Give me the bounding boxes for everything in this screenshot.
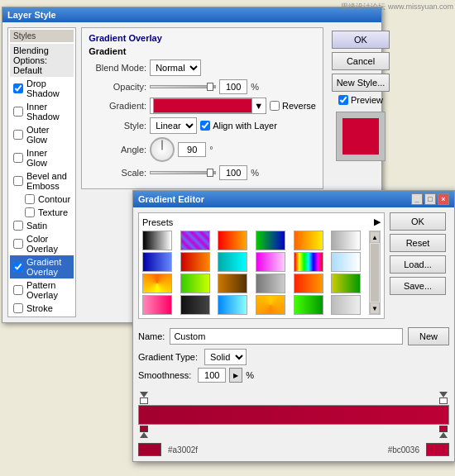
cancel-button[interactable]: Cancel	[332, 52, 390, 70]
gradient-type-row: Gradient Type: Solid	[138, 349, 449, 365]
preset-swatch[interactable]	[294, 231, 323, 250]
contour-checkbox[interactable]	[25, 194, 35, 204]
opacity-unit: %	[251, 82, 259, 92]
close-btn[interactable]: ×	[438, 193, 449, 205]
name-input[interactable]	[170, 328, 403, 345]
preset-swatch[interactable]	[180, 252, 210, 272]
inner-glow-checkbox[interactable]	[13, 153, 23, 163]
gradient-overlay-checkbox[interactable]	[13, 262, 23, 272]
style-select[interactable]: Linear	[150, 117, 197, 134]
angle-input[interactable]	[178, 142, 206, 157]
preset-swatch[interactable]	[256, 274, 285, 293]
texture-checkbox[interactable]	[25, 207, 35, 217]
ge-ok-button[interactable]: OK	[390, 212, 446, 231]
new-button[interactable]: New	[408, 327, 449, 345]
angle-dial[interactable]	[150, 137, 175, 162]
stop-color-swatch[interactable]	[138, 443, 161, 456]
outer-glow-checkbox[interactable]	[13, 130, 23, 140]
drop-shadow-label: Drop Shadow	[26, 79, 70, 98]
scale-slider[interactable]	[150, 171, 216, 174]
preset-swatch[interactable]	[142, 252, 172, 272]
satin-checkbox[interactable]	[13, 221, 23, 231]
bevel-emboss-checkbox[interactable]	[13, 176, 23, 186]
preset-swatch[interactable]	[180, 295, 210, 315]
panel-subtitle: Gradient	[89, 46, 316, 56]
scroll-thumb[interactable]	[371, 244, 379, 302]
color-overlay-checkbox[interactable]	[13, 239, 23, 249]
ok-button[interactable]: OK	[332, 31, 390, 49]
presets-scrollbar[interactable]: ▲ ▼	[369, 231, 381, 315]
opacity-slider[interactable]	[150, 85, 216, 88]
stroke-checkbox[interactable]	[13, 303, 23, 313]
preset-swatch[interactable]	[256, 231, 285, 250]
gradient-type-select[interactable]: Solid	[204, 349, 247, 365]
preset-swatch[interactable]	[331, 231, 361, 250]
drop-shadow-checkbox[interactable]	[13, 83, 23, 93]
opacity-stop-right[interactable]	[439, 392, 448, 404]
new-style-button[interactable]: New Style...	[332, 74, 390, 92]
preview-checkbox-label: Preview	[332, 95, 390, 105]
preview-checkbox[interactable]	[338, 95, 348, 105]
color-stop-right[interactable]	[439, 426, 448, 438]
sidebar-item-pattern-overlay[interactable]: Pattern Overlay	[10, 278, 74, 302]
scale-unit: %	[251, 168, 259, 178]
presets-label: Presets	[142, 217, 173, 227]
sidebar-item-bevel-emboss[interactable]: Bevel and Emboss	[10, 169, 74, 193]
presets-arrow-icon[interactable]: ▶	[374, 217, 381, 227]
reverse-checkbox-label: Reverse	[270, 101, 316, 111]
sidebar-item-texture[interactable]: Texture	[10, 206, 74, 219]
color-stop-left[interactable]	[140, 426, 148, 438]
sidebar-item-drop-shadow[interactable]: Drop Shadow	[10, 77, 74, 100]
minimize-btn[interactable]: _	[411, 193, 423, 205]
style-label: Style:	[89, 121, 146, 131]
preset-swatch[interactable]	[256, 295, 285, 315]
sidebar-item-outer-glow[interactable]: Outer Glow	[10, 123, 74, 146]
preset-swatch[interactable]	[331, 274, 361, 293]
sidebar-item-color-overlay[interactable]: Color Overlay	[10, 232, 74, 255]
sidebar-item-contour[interactable]: Contour	[10, 193, 74, 206]
preset-swatch[interactable]	[218, 274, 247, 293]
opacity-stop-left[interactable]	[140, 392, 148, 404]
sidebar-item-gradient-overlay[interactable]: Gradient Overlay	[10, 255, 74, 278]
stop-color-swatch-right[interactable]	[426, 443, 449, 456]
preset-swatch[interactable]	[180, 231, 210, 250]
preset-swatch[interactable]	[180, 274, 210, 293]
sidebar-item-blending[interactable]: Blending Options: Default	[10, 44, 74, 77]
sidebar-item-stroke[interactable]: Stroke	[10, 302, 74, 315]
preset-swatch[interactable]	[256, 252, 285, 272]
gradient-dropdown-arrow[interactable]: ▼	[254, 101, 263, 111]
inner-shadow-checkbox[interactable]	[13, 107, 23, 117]
gradient-bar-visual[interactable]	[138, 405, 449, 425]
restore-btn[interactable]: □	[424, 193, 436, 205]
smoothness-stepper[interactable]: ▶	[229, 368, 242, 383]
opacity-input[interactable]	[219, 79, 247, 94]
reverse-checkbox[interactable]	[270, 101, 280, 111]
scale-input[interactable]	[219, 165, 247, 180]
preset-swatch[interactable]	[218, 295, 247, 315]
sidebar-item-inner-shadow[interactable]: Inner Shadow	[10, 100, 74, 123]
gradient-picker-btn[interactable]: ▼	[150, 98, 266, 114]
preset-swatch[interactable]	[142, 231, 172, 250]
angle-unit: °	[209, 145, 213, 155]
blend-mode-select[interactable]: Normal	[150, 60, 201, 76]
ge-reset-button[interactable]: Reset	[390, 234, 446, 252]
smoothness-input[interactable]	[198, 368, 226, 383]
preset-swatch[interactable]	[331, 252, 361, 272]
preset-swatch[interactable]	[294, 295, 323, 315]
pattern-overlay-checkbox[interactable]	[13, 285, 23, 295]
scroll-down-arrow[interactable]: ▼	[370, 302, 380, 314]
preset-swatch[interactable]	[142, 274, 172, 293]
preset-swatch[interactable]	[331, 295, 361, 315]
scroll-up-arrow[interactable]: ▲	[370, 231, 380, 243]
sidebar-item-inner-glow[interactable]: Inner Glow	[10, 146, 74, 169]
align-layer-checkbox[interactable]	[200, 121, 210, 131]
ge-load-button[interactable]: Load...	[390, 255, 446, 274]
reverse-label: Reverse	[282, 101, 316, 111]
preset-swatch[interactable]	[294, 252, 323, 272]
ge-save-button[interactable]: Save...	[390, 277, 446, 295]
preset-swatch[interactable]	[294, 274, 323, 293]
preset-swatch[interactable]	[142, 295, 172, 315]
sidebar-item-satin[interactable]: Satin	[10, 219, 74, 232]
preset-swatch[interactable]	[218, 252, 247, 272]
preset-swatch[interactable]	[218, 231, 247, 250]
